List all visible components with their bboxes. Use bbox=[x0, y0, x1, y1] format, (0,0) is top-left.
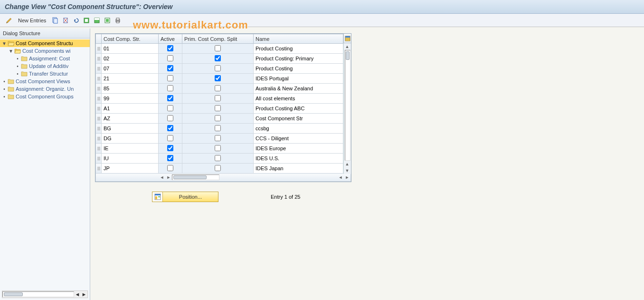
name-input[interactable] bbox=[254, 54, 343, 63]
active-checkbox[interactable] bbox=[167, 125, 173, 131]
cost-comp-str-input[interactable] bbox=[102, 84, 158, 93]
col-header-prim-split[interactable]: Prim. Cost Comp. Split bbox=[182, 34, 254, 44]
col-header-name[interactable]: Name bbox=[254, 34, 343, 44]
delete-icon[interactable] bbox=[61, 16, 70, 25]
active-checkbox[interactable] bbox=[167, 105, 173, 111]
select-all-icon[interactable] bbox=[82, 16, 91, 25]
active-checkbox[interactable] bbox=[167, 135, 173, 141]
active-checkbox[interactable] bbox=[167, 95, 173, 101]
cost-comp-str-input[interactable] bbox=[102, 114, 158, 123]
prim-split-checkbox[interactable] bbox=[215, 65, 221, 71]
prim-split-checkbox[interactable] bbox=[215, 165, 221, 171]
active-checkbox[interactable] bbox=[167, 45, 173, 51]
cost-comp-str-input[interactable] bbox=[102, 124, 158, 133]
scroll-up-icon[interactable]: ▲ bbox=[344, 43, 350, 50]
prim-split-checkbox[interactable] bbox=[215, 145, 221, 151]
cost-comp-str-input[interactable] bbox=[102, 104, 158, 113]
row-select-handle[interactable] bbox=[96, 144, 102, 154]
scrollbar-thumb[interactable] bbox=[173, 175, 207, 179]
print-icon[interactable] bbox=[114, 16, 122, 25]
name-input[interactable] bbox=[254, 164, 343, 173]
copy-as-icon[interactable] bbox=[51, 16, 59, 25]
new-entries-button[interactable]: New Entries bbox=[15, 18, 49, 23]
row-select-handle[interactable] bbox=[96, 104, 102, 114]
row-select-handle[interactable] bbox=[96, 124, 102, 134]
row-select-handle[interactable] bbox=[96, 134, 102, 144]
cost-comp-str-input[interactable] bbox=[102, 164, 158, 173]
prim-split-checkbox[interactable] bbox=[215, 85, 221, 91]
name-input[interactable] bbox=[254, 114, 343, 123]
prim-split-checkbox[interactable] bbox=[215, 105, 221, 111]
prim-split-checkbox[interactable] bbox=[215, 45, 221, 51]
row-handle-header[interactable] bbox=[96, 34, 102, 44]
scroll-right-icon[interactable]: ► bbox=[165, 174, 172, 181]
prim-split-checkbox[interactable] bbox=[215, 75, 221, 81]
name-input[interactable] bbox=[254, 64, 343, 73]
col-header-active[interactable]: Active bbox=[159, 34, 182, 44]
name-input[interactable] bbox=[254, 154, 343, 163]
name-input[interactable] bbox=[254, 44, 343, 53]
active-checkbox[interactable] bbox=[167, 65, 173, 71]
row-select-handle[interactable] bbox=[96, 114, 102, 124]
tree-item-cost-component-groups[interactable]: • Cost Component Groups bbox=[0, 93, 90, 100]
prim-split-checkbox[interactable] bbox=[215, 95, 221, 101]
position-button[interactable]: Position... bbox=[152, 192, 218, 202]
name-input[interactable] bbox=[254, 124, 343, 133]
active-checkbox[interactable] bbox=[167, 115, 173, 121]
collapse-icon[interactable]: ▼ bbox=[9, 48, 13, 54]
active-checkbox[interactable] bbox=[167, 165, 173, 171]
select-block-icon[interactable] bbox=[93, 16, 101, 25]
row-select-handle[interactable] bbox=[96, 74, 102, 84]
row-select-handle[interactable] bbox=[96, 64, 102, 74]
active-checkbox[interactable] bbox=[167, 145, 173, 151]
name-input[interactable] bbox=[254, 74, 343, 83]
tree-item-update-of-additiv[interactable]: • Update of Additiv bbox=[0, 62, 90, 70]
cost-comp-str-input[interactable] bbox=[102, 134, 158, 143]
tree-item-cost-components-wi[interactable]: ▼ Cost Components wi bbox=[0, 47, 90, 55]
tree-item-transfer-structur[interactable]: • Transfer Structur bbox=[0, 70, 90, 77]
tree-item-cost-component-views[interactable]: • Cost Component Views bbox=[0, 77, 90, 85]
scroll-right-icon[interactable]: ► bbox=[344, 174, 350, 181]
row-select-handle[interactable] bbox=[96, 164, 102, 174]
cost-comp-str-input[interactable] bbox=[102, 64, 158, 73]
prim-split-checkbox[interactable] bbox=[215, 115, 221, 121]
active-checkbox[interactable] bbox=[167, 75, 173, 81]
sidebar-hscrollbar[interactable]: ◄ ► bbox=[2, 290, 88, 298]
tree-item-assignment-cost[interactable]: • Assignment: Cost bbox=[0, 55, 90, 62]
cost-comp-str-input[interactable] bbox=[102, 144, 158, 153]
name-input[interactable] bbox=[254, 94, 343, 103]
scroll-left-icon[interactable]: ◄ bbox=[337, 174, 344, 181]
row-select-handle[interactable] bbox=[96, 44, 102, 54]
scrollbar-thumb[interactable] bbox=[4, 292, 23, 296]
collapse-icon[interactable]: ▼ bbox=[2, 41, 7, 46]
name-input[interactable] bbox=[254, 134, 343, 143]
name-input[interactable] bbox=[254, 104, 343, 113]
active-checkbox[interactable] bbox=[167, 85, 173, 91]
name-input[interactable] bbox=[254, 144, 343, 153]
scroll-right-icon[interactable]: ► bbox=[81, 291, 87, 298]
prim-split-checkbox[interactable] bbox=[215, 55, 221, 61]
row-select-handle[interactable] bbox=[96, 154, 102, 164]
cost-comp-str-input[interactable] bbox=[102, 74, 158, 83]
cost-comp-str-input[interactable] bbox=[102, 54, 158, 63]
active-checkbox[interactable] bbox=[167, 155, 173, 161]
table-settings-icon[interactable] bbox=[343, 34, 351, 43]
active-checkbox[interactable] bbox=[167, 55, 173, 61]
prim-split-checkbox[interactable] bbox=[215, 135, 221, 141]
scroll-left-icon[interactable]: ◄ bbox=[74, 291, 81, 298]
row-select-handle[interactable] bbox=[96, 54, 102, 64]
scroll-down-icon[interactable]: ▼ bbox=[344, 167, 350, 174]
table-vscrollbar[interactable]: ▲ ▲ ▼ bbox=[343, 43, 351, 174]
cost-comp-str-input[interactable] bbox=[102, 44, 158, 53]
scrollbar-thumb[interactable] bbox=[346, 51, 350, 60]
tree-item-cost-component-structu[interactable]: ▼ Cost Component Structu bbox=[0, 39, 90, 47]
scroll-up-small-icon[interactable]: ▲ bbox=[344, 161, 350, 167]
prim-split-checkbox[interactable] bbox=[215, 125, 221, 131]
deselect-all-icon[interactable] bbox=[103, 16, 112, 25]
row-select-handle[interactable] bbox=[96, 84, 102, 94]
undo-icon[interactable] bbox=[72, 16, 80, 25]
tree-item-assignment-organiz-un[interactable]: • Assignment: Organiz. Un bbox=[0, 85, 90, 93]
name-input[interactable] bbox=[254, 84, 343, 93]
cost-comp-str-input[interactable] bbox=[102, 154, 158, 163]
prim-split-checkbox[interactable] bbox=[215, 155, 221, 161]
